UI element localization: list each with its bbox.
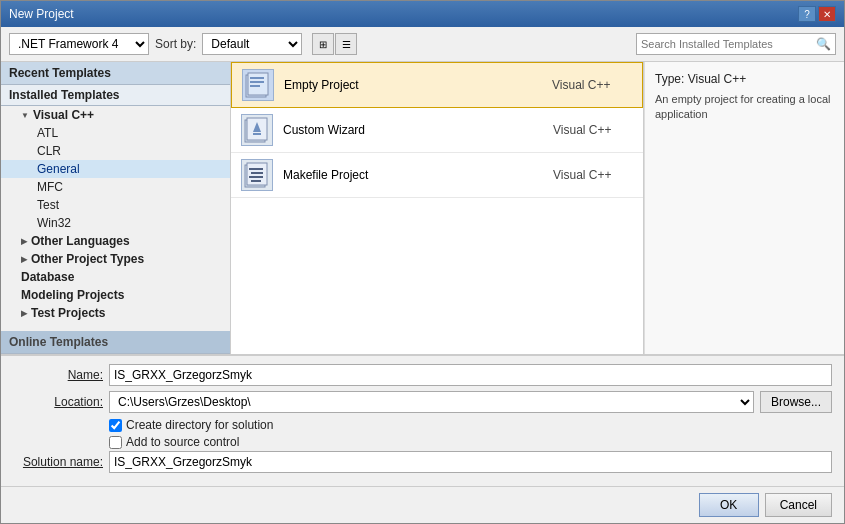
sidebar-item-win32[interactable]: Win32	[1, 214, 230, 232]
type-info: Type: Visual C++	[655, 72, 834, 86]
location-select[interactable]: C:\Users\Grzes\Desktop\	[109, 391, 754, 413]
location-label: Location:	[13, 395, 103, 409]
project-item-custom-wizard[interactable]: Custom Wizard Visual C++	[231, 108, 643, 153]
create-dir-row: Create directory for solution	[109, 418, 832, 432]
sort-select[interactable]: Default	[202, 33, 302, 55]
add-source-label: Add to source control	[126, 435, 239, 449]
expand-arrow-icon: ▶	[21, 309, 27, 318]
project-item-empty[interactable]: Empty Project Visual C++	[231, 62, 643, 108]
online-templates-header: Online Templates	[1, 331, 230, 354]
svg-rect-8	[253, 133, 261, 135]
detail-view-button[interactable]: ☰	[335, 33, 357, 55]
sort-label: Sort by:	[155, 37, 196, 51]
expand-arrow-icon: ▶	[21, 237, 27, 246]
name-input[interactable]	[109, 364, 832, 386]
svg-rect-14	[251, 180, 261, 182]
type-description: An empty project for creating a local ap…	[655, 92, 834, 123]
project-type-empty: Visual C++	[552, 78, 632, 92]
search-input[interactable]	[641, 38, 816, 50]
project-name-empty: Empty Project	[284, 78, 542, 92]
cancel-button[interactable]: Cancel	[765, 493, 832, 517]
expand-arrow-icon: ▶	[21, 255, 27, 264]
project-name-makefile: Makefile Project	[283, 168, 543, 182]
svg-rect-1	[248, 73, 268, 95]
search-box: 🔍	[636, 33, 836, 55]
project-type-makefile: Visual C++	[553, 168, 633, 182]
search-icon: 🔍	[816, 37, 831, 51]
name-label: Name:	[13, 368, 103, 382]
new-project-dialog: New Project ? ✕ .NET Framework 4 Sort by…	[0, 0, 845, 524]
view-buttons: ⊞ ☰	[312, 33, 357, 55]
ok-button[interactable]: OK	[699, 493, 759, 517]
empty-project-icon	[242, 69, 274, 101]
top-bar: .NET Framework 4 Sort by: Default ⊞ ☰ 🔍	[1, 27, 844, 62]
solution-name-input[interactable]	[109, 451, 832, 473]
name-row: Name:	[13, 364, 832, 386]
add-source-checkbox[interactable]	[109, 436, 122, 449]
framework-select[interactable]: .NET Framework 4	[9, 33, 149, 55]
main-area: Recent Templates Installed Templates ▼ V…	[1, 62, 844, 354]
svg-rect-2	[250, 77, 264, 79]
dialog-footer: OK Cancel	[1, 486, 844, 523]
list-view-button[interactable]: ⊞	[312, 33, 334, 55]
bottom-form: Name: Location: C:\Users\Grzes\Desktop\ …	[1, 354, 844, 486]
sidebar-item-test[interactable]: Test	[1, 196, 230, 214]
sidebar-item-visual-cpp[interactable]: ▼ Visual C++	[1, 106, 230, 124]
location-row: Location: C:\Users\Grzes\Desktop\ Browse…	[13, 391, 832, 413]
svg-rect-11	[249, 168, 263, 170]
sidebar-item-test-projects[interactable]: ▶ Test Projects	[1, 304, 230, 322]
sidebar-item-atl[interactable]: ATL	[1, 124, 230, 142]
svg-rect-4	[250, 85, 260, 87]
sidebar-item-mfc[interactable]: MFC	[1, 178, 230, 196]
create-dir-checkbox[interactable]	[109, 419, 122, 432]
solution-name-label: Solution name:	[13, 455, 103, 469]
right-panel: Type: Visual C++ An empty project for cr…	[644, 62, 844, 354]
sidebar-item-modeling-projects[interactable]: Modeling Projects	[1, 286, 230, 304]
location-field-group: C:\Users\Grzes\Desktop\ Browse...	[109, 391, 832, 413]
svg-rect-13	[249, 176, 263, 178]
sidebar: Recent Templates Installed Templates ▼ V…	[1, 62, 231, 354]
checkboxes-area: Create directory for solution Add to sou…	[109, 418, 832, 449]
project-name-wizard: Custom Wizard	[283, 123, 543, 137]
svg-rect-3	[250, 81, 264, 83]
project-type-wizard: Visual C++	[553, 123, 633, 137]
project-item-makefile[interactable]: Makefile Project Visual C++	[231, 153, 643, 198]
svg-rect-12	[251, 172, 263, 174]
project-list: Empty Project Visual C++ Custom Wizard V…	[231, 62, 644, 354]
dialog-title: New Project	[9, 7, 74, 21]
sidebar-item-database[interactable]: Database	[1, 268, 230, 286]
add-source-row: Add to source control	[109, 435, 832, 449]
sidebar-item-other-languages[interactable]: ▶ Other Languages	[1, 232, 230, 250]
create-dir-label: Create directory for solution	[126, 418, 273, 432]
solution-row: Solution name:	[13, 451, 832, 473]
sidebar-item-other-project-types[interactable]: ▶ Other Project Types	[1, 250, 230, 268]
sidebar-item-general[interactable]: General	[1, 160, 230, 178]
expand-arrow-icon: ▼	[21, 111, 29, 120]
close-button[interactable]: ✕	[818, 6, 836, 22]
installed-templates-header: Installed Templates	[1, 85, 230, 106]
dialog-content: .NET Framework 4 Sort by: Default ⊞ ☰ 🔍 …	[1, 27, 844, 523]
sidebar-item-clr[interactable]: CLR	[1, 142, 230, 160]
browse-button[interactable]: Browse...	[760, 391, 832, 413]
title-bar-controls: ? ✕	[798, 6, 836, 22]
help-button[interactable]: ?	[798, 6, 816, 22]
custom-wizard-icon	[241, 114, 273, 146]
recent-templates-header: Recent Templates	[1, 62, 230, 85]
makefile-project-icon	[241, 159, 273, 191]
title-bar: New Project ? ✕	[1, 1, 844, 27]
